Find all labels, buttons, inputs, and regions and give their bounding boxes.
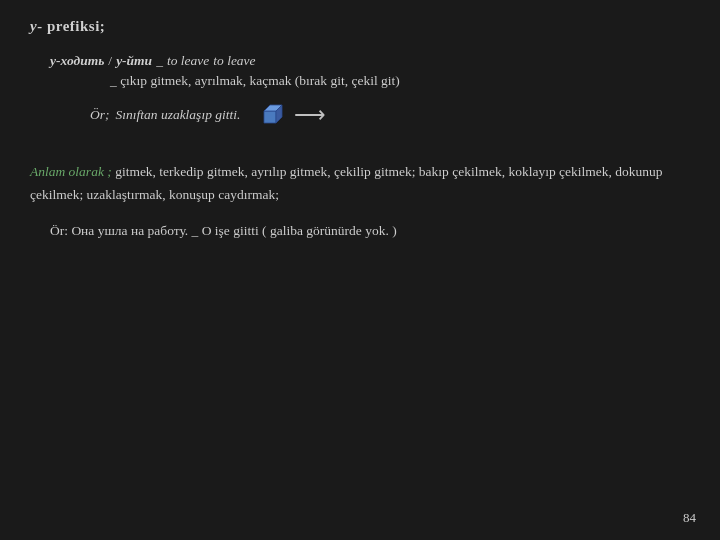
page-title: у- prefiksi; [30,18,690,35]
anlam-text: gitmek, terkedip gitmek, ayrılıp gitmek,… [30,164,663,202]
line1-part2: у-йти [116,53,152,69]
example2-prefix: Ör: [50,223,68,238]
line1-to-leave: to leave [167,53,209,69]
page-number: 84 [683,510,696,526]
line1-slash: / [108,53,112,69]
example2-text: Она ушла на работу. _ О işe giitti ( gal… [71,223,396,238]
line1-part1: у-ходить [50,53,104,69]
line2-text: _ çıkıp gitmek, ayrılmak, kaçmak (bırak … [110,73,400,88]
line1: у-ходить / у-йти _ to leave to leave [50,53,690,69]
anlam-label: Anlam olarak ; [30,164,112,179]
svg-marker-0 [264,111,276,123]
title-suffix: prefiksi; [43,18,106,34]
anlam-section: Anlam olarak ; gitmek, terkedip gitmek, … [30,161,690,207]
example2-section: Ör: Она ушла на работу. _ О işe giitti (… [50,223,690,239]
line2: _ çıkıp gitmek, ayrılmak, kaçmak (bırak … [110,73,690,89]
page-container: у- prefiksi; у-ходить / у-йти _ to leave… [0,0,720,540]
line3-text: Sınıftan uzaklaşıp gitti. [116,107,241,123]
line3-row: Ör; Sınıftan uzaklaşıp gitti. ⟶ [90,97,690,133]
arrow-right-icon: ⟶ [294,102,326,128]
line3-prefix: Ör; [90,107,110,123]
title-prefix: у- [30,18,43,34]
line1-underscore: _ [156,53,163,69]
cube-icon [258,97,290,133]
line1-to-leave-text: to leave [213,53,255,69]
main-section: у-ходить / у-йти _ to leave to leave _ ç… [50,53,690,133]
